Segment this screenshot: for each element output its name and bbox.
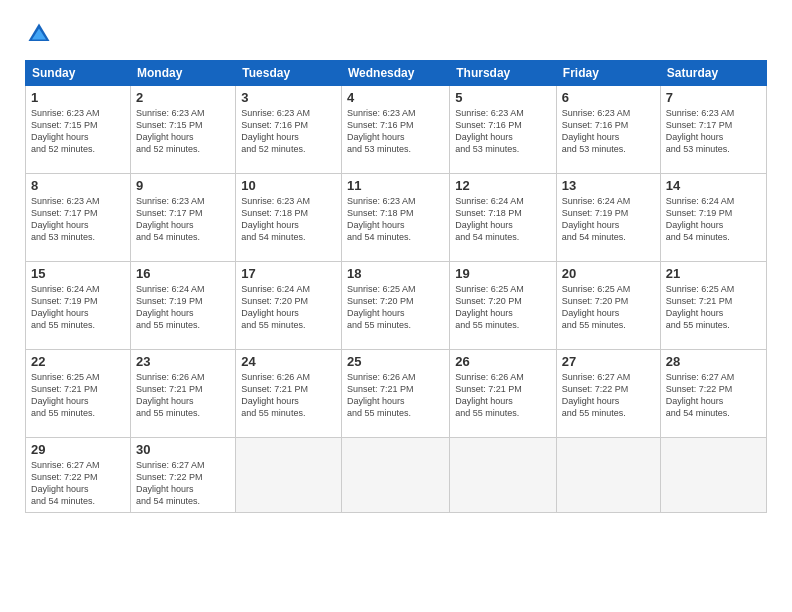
calendar-cell-14: 14Sunrise: 6:24 AMSunset: 7:19 PMDayligh… (660, 174, 766, 262)
calendar-cell-22: 22Sunrise: 6:25 AMSunset: 7:21 PMDayligh… (26, 350, 131, 438)
calendar-cell-12: 12Sunrise: 6:24 AMSunset: 7:18 PMDayligh… (450, 174, 557, 262)
calendar-cell-4: 4Sunrise: 6:23 AMSunset: 7:16 PMDaylight… (342, 86, 450, 174)
calendar-cell-21: 21Sunrise: 6:25 AMSunset: 7:21 PMDayligh… (660, 262, 766, 350)
calendar-cell-28: 28Sunrise: 6:27 AMSunset: 7:22 PMDayligh… (660, 350, 766, 438)
calendar-cell-15: 15Sunrise: 6:24 AMSunset: 7:19 PMDayligh… (26, 262, 131, 350)
header (25, 20, 767, 48)
logo (25, 20, 57, 48)
page: SundayMondayTuesdayWednesdayThursdayFrid… (0, 0, 792, 612)
calendar-cell-13: 13Sunrise: 6:24 AMSunset: 7:19 PMDayligh… (556, 174, 660, 262)
calendar-week-3: 15Sunrise: 6:24 AMSunset: 7:19 PMDayligh… (26, 262, 767, 350)
calendar-cell-5: 5Sunrise: 6:23 AMSunset: 7:16 PMDaylight… (450, 86, 557, 174)
calendar-cell-empty-4 (450, 438, 557, 513)
calendar-cell-26: 26Sunrise: 6:26 AMSunset: 7:21 PMDayligh… (450, 350, 557, 438)
calendar-cell-29: 29Sunrise: 6:27 AMSunset: 7:22 PMDayligh… (26, 438, 131, 513)
calendar-week-5: 29Sunrise: 6:27 AMSunset: 7:22 PMDayligh… (26, 438, 767, 513)
calendar-cell-8: 8Sunrise: 6:23 AMSunset: 7:17 PMDaylight… (26, 174, 131, 262)
calendar: SundayMondayTuesdayWednesdayThursdayFrid… (25, 60, 767, 513)
day-header-thursday: Thursday (450, 61, 557, 86)
calendar-cell-23: 23Sunrise: 6:26 AMSunset: 7:21 PMDayligh… (131, 350, 236, 438)
calendar-header-row: SundayMondayTuesdayWednesdayThursdayFrid… (26, 61, 767, 86)
calendar-cell-19: 19Sunrise: 6:25 AMSunset: 7:20 PMDayligh… (450, 262, 557, 350)
calendar-week-4: 22Sunrise: 6:25 AMSunset: 7:21 PMDayligh… (26, 350, 767, 438)
day-header-friday: Friday (556, 61, 660, 86)
calendar-cell-24: 24Sunrise: 6:26 AMSunset: 7:21 PMDayligh… (236, 350, 342, 438)
calendar-cell-11: 11Sunrise: 6:23 AMSunset: 7:18 PMDayligh… (342, 174, 450, 262)
calendar-cell-2: 2Sunrise: 6:23 AMSunset: 7:15 PMDaylight… (131, 86, 236, 174)
calendar-cell-3: 3Sunrise: 6:23 AMSunset: 7:16 PMDaylight… (236, 86, 342, 174)
calendar-cell-6: 6Sunrise: 6:23 AMSunset: 7:16 PMDaylight… (556, 86, 660, 174)
day-header-sunday: Sunday (26, 61, 131, 86)
calendar-cell-empty-2 (236, 438, 342, 513)
calendar-cell-17: 17Sunrise: 6:24 AMSunset: 7:20 PMDayligh… (236, 262, 342, 350)
calendar-cell-9: 9Sunrise: 6:23 AMSunset: 7:17 PMDaylight… (131, 174, 236, 262)
calendar-cell-empty-5 (556, 438, 660, 513)
calendar-week-1: 1Sunrise: 6:23 AMSunset: 7:15 PMDaylight… (26, 86, 767, 174)
day-header-saturday: Saturday (660, 61, 766, 86)
calendar-cell-7: 7Sunrise: 6:23 AMSunset: 7:17 PMDaylight… (660, 86, 766, 174)
calendar-cell-empty-6 (660, 438, 766, 513)
calendar-cell-18: 18Sunrise: 6:25 AMSunset: 7:20 PMDayligh… (342, 262, 450, 350)
calendar-cell-20: 20Sunrise: 6:25 AMSunset: 7:20 PMDayligh… (556, 262, 660, 350)
calendar-cell-16: 16Sunrise: 6:24 AMSunset: 7:19 PMDayligh… (131, 262, 236, 350)
day-header-monday: Monday (131, 61, 236, 86)
calendar-cell-empty-3 (342, 438, 450, 513)
calendar-cell-27: 27Sunrise: 6:27 AMSunset: 7:22 PMDayligh… (556, 350, 660, 438)
day-header-tuesday: Tuesday (236, 61, 342, 86)
calendar-cell-1: 1Sunrise: 6:23 AMSunset: 7:15 PMDaylight… (26, 86, 131, 174)
calendar-cell-10: 10Sunrise: 6:23 AMSunset: 7:18 PMDayligh… (236, 174, 342, 262)
calendar-cell-25: 25Sunrise: 6:26 AMSunset: 7:21 PMDayligh… (342, 350, 450, 438)
calendar-cell-30: 30Sunrise: 6:27 AMSunset: 7:22 PMDayligh… (131, 438, 236, 513)
calendar-week-2: 8Sunrise: 6:23 AMSunset: 7:17 PMDaylight… (26, 174, 767, 262)
day-header-wednesday: Wednesday (342, 61, 450, 86)
logo-icon (25, 20, 53, 48)
